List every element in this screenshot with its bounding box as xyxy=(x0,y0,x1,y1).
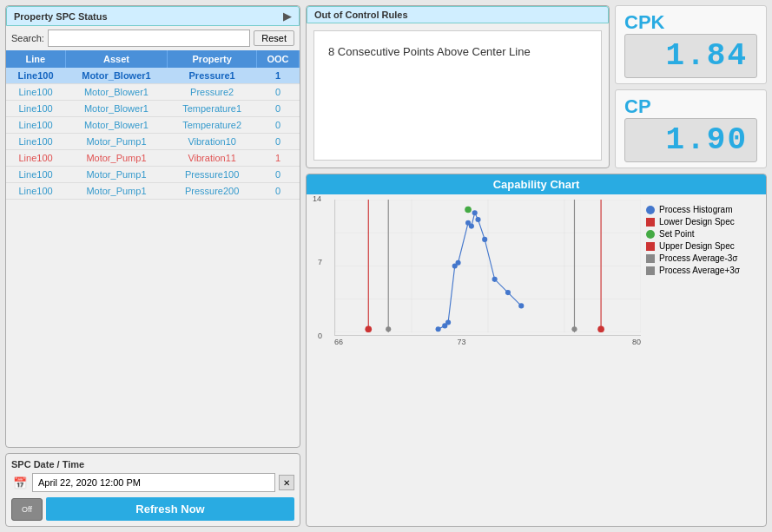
cell-ooc: 0 xyxy=(257,134,300,150)
cell-property: Pressure200 xyxy=(168,183,257,200)
table-row[interactable]: Line100 Motor_Blower1 Pressure2 0 xyxy=(6,84,300,101)
table-row[interactable]: Line100 Motor_Pump1 Vibration11 1 xyxy=(6,150,300,167)
table-row[interactable]: Line100 Motor_Blower1 Temperature2 0 xyxy=(6,117,300,134)
legend-avg-plus: Process Average+3σ xyxy=(646,266,757,275)
panel-title-text: Property SPC Status xyxy=(14,11,108,22)
chart-area: 14 7 0 xyxy=(334,200,641,336)
cell-line: Line100 xyxy=(6,134,65,150)
col-asset: Asset xyxy=(65,50,168,68)
cell-asset: Motor_Blower1 xyxy=(65,101,168,117)
cell-ooc: 0 xyxy=(257,167,300,183)
svg-point-20 xyxy=(469,224,474,229)
cell-line: Line100 xyxy=(6,167,65,183)
collapse-icon[interactable]: ▶ xyxy=(283,10,292,23)
capability-chart-panel: Capability Chart xyxy=(306,174,767,527)
calendar-icon[interactable]: 📅 xyxy=(11,474,29,491)
svg-point-30 xyxy=(386,326,391,332)
ooc-title: Out of Control Rules xyxy=(307,6,609,23)
property-spc-panel: Property SPC Status ▶ Search: Reset Line… xyxy=(5,5,300,448)
col-ooc: OOC xyxy=(257,50,300,68)
cpk-value: 1.84 xyxy=(666,38,748,74)
svg-point-23 xyxy=(482,237,487,242)
ooc-message: 8 Consecutive Points Above Center Line xyxy=(328,45,531,58)
cell-ooc: 0 xyxy=(257,117,300,134)
date-clear-button[interactable]: ✕ xyxy=(279,475,294,490)
legend-process-histogram: Process Histogram xyxy=(646,205,757,214)
legend-set-point: Set Point xyxy=(646,229,757,239)
svg-point-22 xyxy=(475,217,480,222)
cell-asset: Motor_Pump1 xyxy=(65,134,168,150)
spc-date-section: SPC Date / Time 📅 ✕ Off Refresh Now xyxy=(5,453,300,527)
cell-ooc: 0 xyxy=(257,84,300,101)
cell-property: Vibration11 xyxy=(168,150,257,167)
cell-asset: Motor_Pump1 xyxy=(65,167,168,183)
reset-button[interactable]: Reset xyxy=(254,30,294,46)
toggle-button[interactable]: Off xyxy=(11,498,43,521)
cell-property: Temperature1 xyxy=(168,101,257,117)
legend-avg-plus-label: Process Average+3σ xyxy=(659,266,740,275)
cell-line: Line100 xyxy=(6,183,65,200)
cpk-value-box: 1.84 xyxy=(624,34,757,78)
chart-title: Capability Chart xyxy=(307,174,766,194)
cpk-box: CPK 1.84 xyxy=(615,5,767,84)
table-row[interactable]: Line100 Motor_Blower1 Pressure1 1 xyxy=(6,68,300,84)
svg-point-28 xyxy=(597,325,604,332)
legend-avg-minus-label: Process Average-3σ xyxy=(659,253,737,263)
cell-property: Vibration10 xyxy=(168,134,257,150)
search-input[interactable] xyxy=(48,30,250,47)
cell-ooc: 0 xyxy=(257,183,300,200)
property-spc-title: Property SPC Status ▶ xyxy=(6,6,300,26)
refresh-row: Off Refresh Now xyxy=(11,497,294,521)
cell-asset: Motor_Blower1 xyxy=(65,117,168,134)
svg-point-24 xyxy=(492,277,498,282)
x-label-66: 66 xyxy=(334,338,343,346)
right-top: Out of Control Rules 8 Consecutive Point… xyxy=(306,5,767,168)
main-container: Property SPC Status ▶ Search: Reset Line… xyxy=(0,0,772,532)
legend-histogram-label: Process Histogram xyxy=(659,205,732,214)
table-container: Line Asset Property OOC Line100 Motor_Bl… xyxy=(6,50,300,447)
cpk-label: CPK xyxy=(624,11,757,34)
out-of-control-panel: Out of Control Rules 8 Consecutive Point… xyxy=(306,5,610,168)
cell-asset: Motor_Blower1 xyxy=(65,68,168,84)
cp-value: 1.90 xyxy=(666,122,748,158)
cell-property: Pressure100 xyxy=(168,167,257,183)
refresh-now-button[interactable]: Refresh Now xyxy=(46,497,294,521)
cell-line: Line100 xyxy=(6,117,65,134)
spc-date-label: SPC Date / Time xyxy=(11,459,294,470)
col-line: Line xyxy=(6,50,65,68)
table-row[interactable]: Line100 Motor_Pump1 Pressure200 0 xyxy=(6,183,300,200)
cp-label: CP xyxy=(624,95,757,118)
table-row[interactable]: Line100 Motor_Pump1 Pressure100 0 xyxy=(6,167,300,183)
chart-svg xyxy=(335,200,641,332)
property-table: Line Asset Property OOC Line100 Motor_Bl… xyxy=(6,50,300,200)
legend-lower-design: Lower Design Spec xyxy=(646,217,757,227)
svg-point-26 xyxy=(518,303,524,308)
cp-box: CP 1.90 xyxy=(615,89,767,168)
ooc-title-text: Out of Control Rules xyxy=(314,10,408,20)
svg-point-16 xyxy=(445,319,451,325)
cell-asset: Motor_Pump1 xyxy=(65,150,168,167)
table-body: Line100 Motor_Blower1 Pressure1 1 Line10… xyxy=(6,68,300,200)
cell-asset: Motor_Pump1 xyxy=(65,183,168,200)
svg-point-25 xyxy=(505,290,511,295)
date-input[interactable] xyxy=(32,473,275,492)
search-row: Search: Reset xyxy=(6,26,300,50)
legend-setpoint-label: Set Point xyxy=(659,229,695,239)
table-row[interactable]: Line100 Motor_Pump1 Vibration10 0 xyxy=(6,134,300,150)
cell-asset: Motor_Blower1 xyxy=(65,84,168,101)
legend-lower-label: Lower Design Spec xyxy=(659,217,735,227)
chart-wrapper: 14 7 0 66 73 80 xyxy=(334,200,641,505)
svg-point-21 xyxy=(472,210,478,215)
table-header-row: Line Asset Property OOC xyxy=(6,50,300,68)
table-row[interactable]: Line100 Motor_Blower1 Temperature1 0 xyxy=(6,101,300,117)
ooc-content: 8 Consecutive Points Above Center Line xyxy=(313,30,602,161)
x-label-73: 73 xyxy=(457,338,465,346)
cell-property: Pressure1 xyxy=(168,68,257,84)
cpk-cp-panel: CPK 1.84 CP 1.90 xyxy=(615,5,767,168)
left-panel: Property SPC Status ▶ Search: Reset Line… xyxy=(5,5,300,527)
svg-point-31 xyxy=(571,326,577,332)
legend-avg-minus: Process Average-3σ xyxy=(646,253,757,263)
legend-upper-design: Upper Design Spec xyxy=(646,241,757,251)
chart-content: 14 7 0 66 73 80 Process Histogram xyxy=(307,194,766,526)
cell-property: Pressure2 xyxy=(168,84,257,101)
